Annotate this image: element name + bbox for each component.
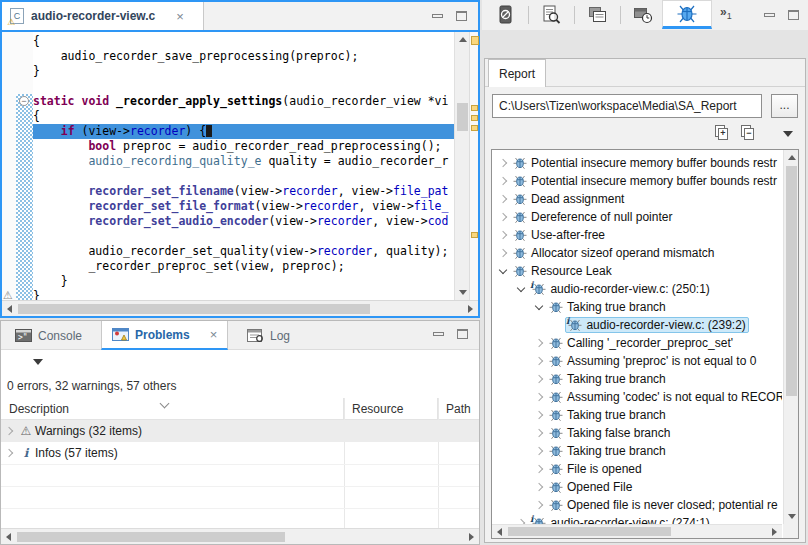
- chevron-right-icon[interactable]: [531, 412, 547, 418]
- chevron-right-icon[interactable]: [495, 214, 511, 220]
- tab-problems[interactable]: Problems ×: [101, 321, 228, 350]
- scroll-down-arrow[interactable]: [459, 290, 467, 295]
- tree-node[interactable]: Resource Leak: [511, 264, 615, 278]
- inspect-document-button[interactable]: [536, 3, 566, 27]
- code-line[interactable]: }: [33, 274, 454, 289]
- tab-console[interactable]: >" Console: [5, 321, 92, 350]
- toolbar-overflow-button[interactable]: »1: [720, 5, 732, 21]
- chevron-right-icon[interactable]: [495, 232, 511, 238]
- report-tree-item[interactable]: Calling '_recorder_preproc_set': [493, 334, 782, 352]
- chevron-right-icon[interactable]: [495, 196, 511, 202]
- chevron-right-icon[interactable]: [531, 502, 547, 508]
- code-line[interactable]: }: [33, 289, 454, 300]
- selected-tree-node[interactable]: iaudio-recorder-view.c: (239:2): [565, 317, 749, 333]
- connect-device-button[interactable]: [490, 3, 520, 27]
- warning-mark[interactable]: [471, 125, 478, 131]
- chevron-right-icon[interactable]: [531, 340, 547, 346]
- report-tree-item[interactable]: Dead assignment: [493, 190, 782, 208]
- editor-horizontal-scrollbar[interactable]: [2, 300, 478, 316]
- tree-node[interactable]: iaudio-recorder-view.c: (274:1): [529, 516, 713, 524]
- browse-button[interactable]: ...: [771, 94, 798, 118]
- scroll-down-arrow[interactable]: [788, 514, 796, 519]
- tree-node[interactable]: Assuming 'preproc' is not equal to 0: [547, 354, 759, 368]
- chevron-right-icon[interactable]: [531, 466, 547, 472]
- editor-gutter[interactable]: − ⚠: [2, 32, 33, 300]
- warning-mark[interactable]: [471, 232, 478, 238]
- problems-group-infos[interactable]: i Infos (57 items): [1, 442, 479, 464]
- chevron-down-icon[interactable]: [495, 269, 511, 273]
- tab-log[interactable]: Log: [237, 321, 300, 350]
- static-analyzer-tool-button[interactable]: [662, 0, 712, 29]
- chevron-right-icon[interactable]: [1, 428, 17, 434]
- scroll-right-arrow[interactable]: [469, 533, 474, 541]
- report-path-input[interactable]: [492, 94, 762, 118]
- report-tree-item[interactable]: Taking true branch: [493, 442, 782, 460]
- report-tree-item[interactable]: Use-after-free: [493, 226, 782, 244]
- report-tree-item[interactable]: Potential insecure memory buffer bounds …: [493, 172, 782, 190]
- report-tree-item[interactable]: File is opened: [493, 460, 782, 478]
- expand-all-button[interactable]: +: [715, 125, 739, 145]
- scroll-left-arrow[interactable]: [497, 528, 502, 536]
- minimize-button[interactable]: [428, 9, 446, 23]
- code-line[interactable]: }: [33, 64, 454, 79]
- code-line[interactable]: audio_recording_quality_e quality = audi…: [33, 154, 454, 169]
- report-tree-item[interactable]: Taking true branch: [493, 406, 782, 424]
- tree-node[interactable]: Potential insecure memory buffer bounds …: [511, 174, 780, 188]
- scroll-up-arrow[interactable]: [788, 155, 796, 160]
- scrollbar-thumb[interactable]: [786, 166, 797, 396]
- scrollbar-thumb[interactable]: [457, 103, 468, 131]
- report-tree-item[interactable]: Taking true branch: [493, 298, 782, 316]
- chevron-right-icon[interactable]: [531, 358, 547, 364]
- window-history-button[interactable]: [628, 3, 658, 27]
- report-tree-item[interactable]: Potential insecure memory buffer bounds …: [493, 154, 782, 172]
- report-tree-item[interactable]: iaudio-recorder-view.c: (250:1): [493, 280, 782, 298]
- code-line[interactable]: recorder_set_filename(view->recorder, vi…: [33, 184, 454, 199]
- warning-mark[interactable]: [471, 115, 478, 121]
- scroll-up-arrow[interactable]: [459, 37, 467, 42]
- tree-node[interactable]: Potential insecure memory buffer bounds …: [511, 156, 780, 170]
- scroll-left-arrow[interactable]: [7, 305, 12, 313]
- minimize-button[interactable]: [760, 8, 778, 22]
- column-header-description[interactable]: Description: [1, 398, 344, 420]
- code-line[interactable]: [33, 79, 454, 94]
- fold-collapse-icon[interactable]: −: [19, 96, 29, 106]
- column-header-resource[interactable]: Resource: [344, 398, 438, 420]
- editor-vertical-scrollbar[interactable]: [454, 32, 469, 300]
- chevron-right-icon[interactable]: [1, 450, 17, 456]
- tree-horizontal-scrollbar[interactable]: [492, 524, 782, 538]
- tree-node[interactable]: Calling '_recorder_preproc_set': [547, 336, 736, 350]
- code-line[interactable]: recorder_set_file_format(view->recorder,…: [33, 199, 454, 214]
- problems-group-warnings[interactable]: ⚠ Warnings (32 items): [1, 420, 479, 442]
- chevron-right-icon[interactable]: [531, 448, 547, 454]
- code-text[interactable]: { audio_recorder_save_preprocessing(prep…: [33, 32, 454, 300]
- tree-node[interactable]: Opened File: [547, 480, 635, 494]
- chevron-down-icon[interactable]: [513, 287, 529, 291]
- tree-node[interactable]: Taking true branch: [547, 408, 669, 422]
- tree-node[interactable]: File is opened: [547, 462, 645, 476]
- scrollbar-thumb[interactable]: [18, 304, 370, 314]
- view-menu-button[interactable]: [33, 359, 43, 365]
- code-line[interactable]: static void _recorder_apply_settings(aud…: [33, 94, 454, 109]
- overview-ruler[interactable]: [469, 32, 478, 300]
- duplicate-view-button[interactable]: [582, 3, 612, 27]
- tree-node[interactable]: Dereference of null pointer: [511, 210, 675, 224]
- tree-node[interactable]: Taking true branch: [547, 444, 669, 458]
- tree-node[interactable]: Dead assignment: [511, 192, 627, 206]
- maximize-button[interactable]: [452, 9, 470, 23]
- code-line[interactable]: [33, 169, 454, 184]
- collapse-all-button[interactable]: −: [741, 125, 765, 145]
- report-tree-item[interactable]: Taking true branch: [493, 370, 782, 388]
- report-tree-item[interactable]: Dereference of null pointer: [493, 208, 782, 226]
- chevron-right-icon[interactable]: [531, 484, 547, 490]
- code-line[interactable]: {: [33, 109, 454, 124]
- report-tree-item[interactable]: Taking false branch: [493, 424, 782, 442]
- report-tree-item[interactable]: Opened file is never closed; potential r…: [493, 496, 782, 514]
- tree-node[interactable]: Opened file is never closed; potential r…: [547, 498, 781, 512]
- close-editor-tab-button[interactable]: ×: [176, 9, 184, 24]
- tree-vertical-scrollbar[interactable]: [783, 150, 798, 524]
- chevron-right-icon[interactable]: [495, 160, 511, 166]
- problems-horizontal-scrollbar[interactable]: [1, 528, 479, 544]
- code-line[interactable]: [33, 229, 454, 244]
- report-tree-item[interactable]: Opened File: [493, 478, 782, 496]
- scroll-left-arrow[interactable]: [6, 533, 11, 541]
